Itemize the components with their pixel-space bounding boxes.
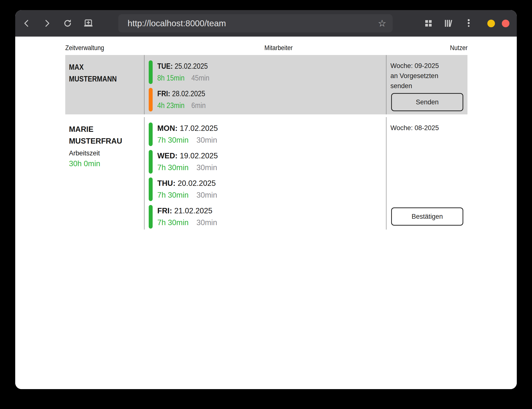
day-date: 17.02.2025 (180, 124, 218, 133)
day-date-line: TUE:25.02.2025 (157, 60, 209, 72)
day-date-line: FRI:28.02.2025 (157, 88, 206, 100)
nav-nutzer[interactable]: Nutzer (450, 43, 467, 52)
employee-name-cell: MARIE MUSTERFRAU Arbeitszeit 30h 0min (65, 117, 144, 230)
pause-duration: 30min (197, 191, 217, 199)
day-times-line: 7h 30min30min (157, 134, 218, 146)
confirm-button[interactable]: Bestätigen (391, 207, 463, 226)
day-date: 20.02.2025 (178, 179, 216, 188)
library-button[interactable] (443, 17, 454, 29)
week-label: Woche: 09-2025 (390, 61, 463, 71)
url-text: http://localhost:8000/team (128, 18, 226, 28)
day-date-line: MON:17.02.2025 (157, 123, 218, 134)
day-date: 28.02.2025 (172, 89, 205, 98)
bookmark-star-icon[interactable]: ☆ (378, 19, 386, 28)
grid-icon (425, 20, 432, 27)
work-duration: 7h 30min (157, 163, 189, 172)
day-date-line: THU:20.02.2025 (157, 177, 217, 189)
week-label: Woche: 08-2025 (390, 123, 463, 133)
reload-button[interactable] (62, 17, 74, 29)
extensions-grid-button[interactable] (423, 17, 434, 29)
work-duration: 7h 30min (157, 136, 189, 144)
menu-button[interactable] (463, 17, 475, 29)
day-label: WED: (157, 151, 178, 160)
library-icon (444, 19, 453, 27)
browser-toolbar: http://localhost:8000/team ☆ (15, 10, 517, 37)
nav-mitarbeiter[interactable]: Mitarbeiter (265, 43, 293, 52)
day-times-line: 8h 15min45min (157, 72, 209, 84)
toolbar-right-tools (414, 17, 517, 29)
nav-brand[interactable]: Zeitverwaltung (65, 43, 104, 52)
day-status-bar (149, 177, 153, 201)
day-date-line: FRI:21.02.2025 (157, 205, 217, 217)
new-window-icon (83, 19, 93, 28)
day-entry: THU:20.02.2025 7h 30min30min (149, 177, 386, 201)
week-subtitle: an Vorgesetzten senden (390, 71, 446, 91)
day-status-bar (149, 150, 153, 174)
window-control-red[interactable] (502, 20, 509, 27)
day-date: 25.02.2025 (175, 62, 208, 70)
back-icon (23, 19, 30, 27)
work-duration: 7h 30min (157, 191, 189, 199)
worktime-label: Arbeitszeit (69, 148, 144, 158)
employee-days-cell: MON:17.02.2025 7h 30min30min WED:19.02.2… (144, 117, 386, 230)
day-label: FRI: (157, 206, 172, 215)
day-label: TUE: (157, 62, 173, 70)
week-action-cell: Woche: 08-2025 Bestätigen (386, 117, 467, 230)
day-times-line: 7h 30min30min (157, 217, 217, 229)
screen: { "browser": { "url": "http://localhost:… (0, 0, 532, 409)
day-date-line: WED:19.02.2025 (157, 150, 218, 162)
week-action-cell: Woche: 09-2025 an Vorgesetzten senden Se… (386, 55, 467, 114)
employee-row-marie: MARIE MUSTERFRAU Arbeitszeit 30h 0min MO… (65, 117, 467, 230)
day-label: THU: (157, 179, 175, 188)
day-label: MON: (157, 124, 178, 133)
pause-duration: 30min (197, 163, 217, 172)
day-status-bar (149, 60, 153, 84)
day-label: FRI: (157, 89, 170, 98)
forward-icon (44, 19, 50, 27)
day-times-line: 7h 30min30min (157, 162, 218, 174)
day-entry: WED:19.02.2025 7h 30min30min (149, 150, 386, 174)
pause-duration: 30min (197, 218, 217, 227)
employee-name: MAX MUSTERMANN (69, 61, 117, 85)
reload-icon (63, 19, 72, 28)
day-times-line: 7h 30min30min (157, 189, 217, 201)
send-button[interactable]: Senden (391, 93, 463, 111)
day-entry: FRI:21.02.2025 7h 30min30min (149, 205, 386, 229)
page-nav: Zeitverwaltung Mitarbeiter Nutzer (65, 43, 467, 52)
pause-duration: 45min (191, 74, 209, 82)
back-button[interactable] (21, 17, 32, 29)
pause-duration: 30min (197, 136, 217, 144)
work-duration: 8h 15min (157, 74, 185, 82)
employee-name-cell: MAX MUSTERMANN (65, 55, 144, 114)
day-date: 19.02.2025 (180, 151, 218, 160)
day-status-bar (149, 123, 153, 146)
employee-days-cell: TUE:25.02.2025 8h 15min45min FRI:28.02.2… (144, 55, 386, 114)
work-duration: 4h 23min (157, 101, 185, 110)
new-window-button[interactable] (82, 17, 94, 29)
url-bar[interactable]: http://localhost:8000/team ☆ (118, 14, 393, 32)
window-control-yellow[interactable] (487, 20, 495, 27)
day-date: 21.02.2025 (174, 206, 212, 215)
kebab-menu-icon (467, 19, 470, 28)
day-entry: MON:17.02.2025 7h 30min30min (149, 123, 386, 146)
day-times-line: 4h 23min6min (157, 100, 206, 111)
forward-button[interactable] (41, 17, 53, 29)
day-status-bar (149, 205, 153, 229)
browser-window: http://localhost:8000/team ☆ (15, 10, 517, 389)
page-content: Zeitverwaltung Mitarbeiter Nutzer MAX MU… (15, 37, 517, 389)
employee-row-max: MAX MUSTERMANN TUE:25.02.2025 8h 15min45… (65, 55, 467, 114)
employee-name: MARIE MUSTERFRAU (69, 123, 144, 147)
day-entry: FRI:28.02.2025 4h 23min6min (149, 88, 386, 111)
pause-duration: 6min (191, 101, 206, 110)
day-entry: TUE:25.02.2025 8h 15min45min (149, 60, 386, 84)
day-status-bar (149, 88, 153, 111)
worktime-value: 30h 0min (69, 158, 144, 169)
work-duration: 7h 30min (157, 218, 189, 227)
